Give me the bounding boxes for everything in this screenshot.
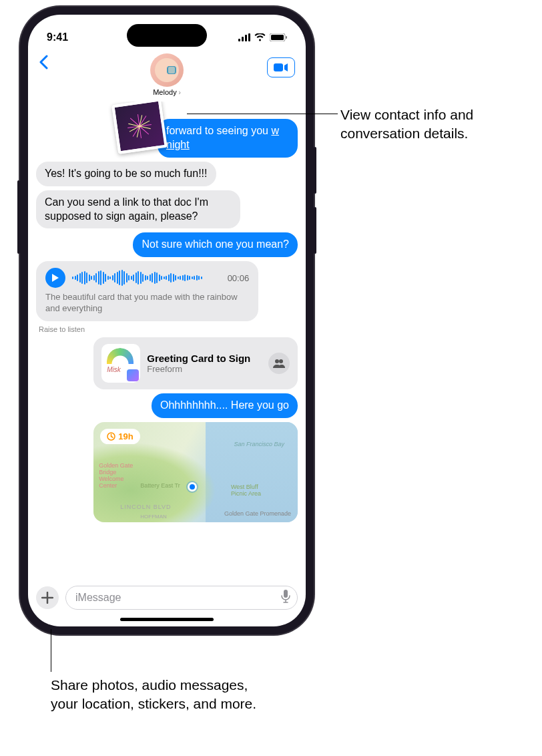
sent-message[interactable]: Ohhhhhhhh.... Here you go <box>152 393 298 418</box>
volume-up-button <box>314 147 316 194</box>
plus-icon <box>41 592 53 604</box>
clock-icon <box>107 432 115 441</box>
apps-button[interactable] <box>36 586 59 609</box>
callout-text: View contact info and conversation detai… <box>340 106 534 144</box>
play-button[interactable] <box>45 268 65 288</box>
svg-point-22 <box>275 359 279 363</box>
contact-name-label: Melody <box>153 88 181 96</box>
wifi-icon <box>254 33 266 41</box>
battery-icon <box>270 33 287 41</box>
audio-duration: 00:06 <box>228 273 250 283</box>
callout-leader <box>187 114 338 114</box>
svg-rect-3 <box>248 33 250 41</box>
svg-rect-5 <box>271 35 284 40</box>
svg-point-23 <box>279 359 283 363</box>
card-subtitle: Freeform <box>147 364 262 374</box>
back-button[interactable] <box>39 53 48 74</box>
svg-rect-25 <box>284 590 288 598</box>
contact-header[interactable]: Melody <box>150 53 184 96</box>
card-thumbnail: Misk <box>101 344 140 383</box>
audio-waveform[interactable] <box>72 269 221 287</box>
conversation[interactable]: forward to seeing you w night Yes! It's … <box>28 102 306 580</box>
dynamic-island <box>127 24 207 47</box>
location-time-badge: 19h <box>100 429 140 444</box>
audio-transcript: The beautiful card that you made with th… <box>45 292 249 315</box>
svg-rect-0 <box>238 39 240 41</box>
cellular-icon <box>238 33 250 41</box>
svg-line-8 <box>138 114 140 126</box>
message-input-bar: iMessage <box>28 580 306 614</box>
volume-down-button <box>314 207 316 254</box>
contact-avatar <box>150 53 184 87</box>
dictation-button[interactable] <box>281 590 290 606</box>
svg-rect-7 <box>274 63 283 71</box>
card-title: Greeting Card to Sign <box>147 353 262 364</box>
raise-to-listen-label: Raise to listen <box>39 325 85 333</box>
svg-rect-2 <box>245 35 247 41</box>
received-message[interactable]: Can you send a link to that doc I'm supp… <box>36 190 240 229</box>
collaboration-icon[interactable] <box>268 353 290 374</box>
power-button <box>17 180 20 254</box>
status-time: 9:41 <box>47 31 68 43</box>
location-message[interactable]: San Francisco Bay Golden Gate Bridge Wel… <box>93 422 298 522</box>
callout-leader <box>51 629 51 672</box>
sent-photo-message[interactable]: forward to seeing you w night <box>115 102 298 158</box>
callout-text: Share photos, audio messages, your locat… <box>51 676 258 714</box>
svg-rect-1 <box>242 37 244 41</box>
photo-attachment[interactable] <box>111 102 168 154</box>
microphone-icon <box>281 590 290 603</box>
svg-rect-6 <box>286 36 287 39</box>
video-icon <box>274 63 288 72</box>
iphone-frame: 9:41 Melody <box>20 7 314 634</box>
message-input[interactable]: iMessage <box>65 586 298 610</box>
freeform-card-message[interactable]: Misk Greeting Card to Sign Freeform <box>93 337 298 389</box>
received-message[interactable]: Yes! It's going to be so much fun!!! <box>36 162 216 186</box>
svg-line-12 <box>140 126 142 138</box>
facetime-button[interactable] <box>267 57 295 77</box>
sent-message[interactable]: Not sure which one you mean? <box>133 232 298 257</box>
nav-bar: Melody <box>28 51 306 102</box>
audio-message[interactable]: 00:06 The beautiful card that you made w… <box>36 261 258 321</box>
location-pin <box>188 482 197 492</box>
home-indicator[interactable] <box>120 618 214 621</box>
screen: 9:41 Melody <box>28 15 306 626</box>
play-icon <box>51 273 59 282</box>
